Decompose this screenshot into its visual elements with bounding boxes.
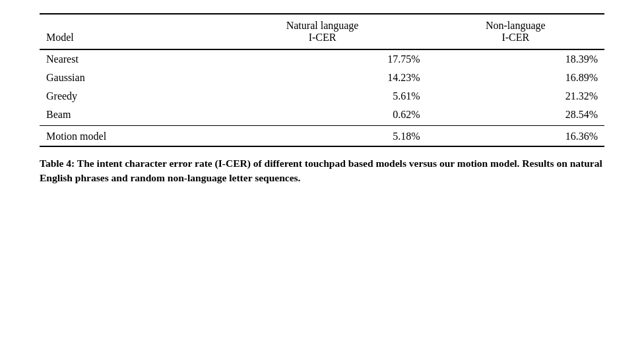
cell-model: Nearest (40, 49, 218, 69)
cell-non-icer: 18.39% (427, 49, 604, 69)
table-row: Motion model5.18%16.36% (40, 126, 604, 147)
table-row: Greedy5.61%21.32% (40, 87, 604, 105)
table-row: Gaussian14.23%16.89% (40, 69, 604, 87)
cell-nl-icer: 17.75% (218, 49, 427, 69)
cell-nl-icer: 14.23% (218, 69, 427, 87)
cell-nl-icer: 5.18% (218, 126, 427, 147)
table-caption: Table 4: The intent character error rate… (40, 156, 604, 186)
cell-model: Motion model (40, 126, 218, 147)
cell-non-icer: 16.36% (427, 126, 604, 147)
cell-nl-icer: 5.61% (218, 87, 427, 105)
caption-label: Table 4: (40, 158, 75, 169)
col-header-model: Model (40, 14, 218, 49)
table-row: Beam0.62%28.54% (40, 105, 604, 126)
col-header-nl-icer: Natural language I-CER (218, 14, 427, 49)
cell-model: Beam (40, 105, 218, 126)
cell-model: Greedy (40, 87, 218, 105)
cell-non-icer: 16.89% (427, 69, 604, 87)
cell-non-icer: 28.54% (427, 105, 604, 126)
caption-body: The intent character error rate (I-CER) … (40, 158, 602, 183)
cell-model: Gaussian (40, 69, 218, 87)
col-header-non-icer: Non-language I-CER (427, 14, 604, 49)
content-wrapper: Model Natural language I-CER Non-languag… (40, 13, 604, 186)
cell-non-icer: 21.32% (427, 87, 604, 105)
results-table: Model Natural language I-CER Non-languag… (40, 13, 604, 147)
table-row: Nearest17.75%18.39% (40, 49, 604, 69)
cell-nl-icer: 0.62% (218, 105, 427, 126)
